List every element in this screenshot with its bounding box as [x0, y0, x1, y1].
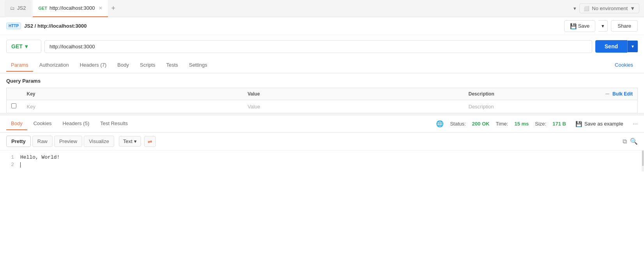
- chevron-down-icon[interactable]: ▾: [573, 5, 576, 11]
- tab-tests[interactable]: Tests: [162, 59, 183, 72]
- tab-bar: 🗂 JS2 GET http://localhost:3000 ✕ + ▾ ⬜ …: [0, 0, 644, 17]
- share-label: Share: [618, 23, 631, 29]
- tab-cookies[interactable]: Cookies: [610, 59, 638, 72]
- scrollbar-track[interactable]: [642, 150, 644, 172]
- more-options-icon[interactable]: ···: [633, 120, 638, 127]
- environment-label: No environment: [592, 5, 628, 11]
- add-tab-button[interactable]: +: [111, 4, 115, 12]
- tab-authorization[interactable]: Authorization: [35, 59, 74, 72]
- time-value: 15 ms: [514, 121, 529, 127]
- row-actions: [549, 100, 637, 113]
- tab-params[interactable]: Params: [6, 59, 33, 72]
- format-chevron-icon: ▾: [134, 138, 137, 144]
- http-icon: HTTP: [6, 23, 21, 29]
- format-label: Text: [123, 138, 132, 144]
- size-value: 171 B: [552, 121, 566, 127]
- save-button[interactable]: 💾 Save: [564, 20, 596, 32]
- th-checkbox: [7, 88, 22, 100]
- tab-close-icon[interactable]: ✕: [99, 5, 102, 11]
- code-editor: 1 Hello, World! 2: [0, 150, 644, 172]
- code-line-1: 1 Hello, World!: [0, 154, 644, 161]
- status-label: Status:: [450, 121, 466, 127]
- tab-js2-label: JS2: [17, 5, 26, 11]
- line-content-2: [20, 162, 21, 168]
- save-example-icon: 💾: [575, 121, 582, 127]
- method-selector[interactable]: GET ▾: [6, 40, 41, 53]
- tab-body[interactable]: Body: [113, 59, 134, 72]
- row-checkbox[interactable]: [7, 100, 22, 113]
- save-label: Save: [578, 23, 590, 29]
- no-environment-icon: ⬜: [584, 6, 589, 11]
- format-selector[interactable]: Text ▾: [119, 136, 141, 147]
- save-dropdown-button[interactable]: ▾: [598, 20, 608, 32]
- save-example-label: Save as example: [584, 121, 623, 127]
- scrollbar-thumb[interactable]: [642, 150, 644, 166]
- environment-selector[interactable]: ⬜ No environment ▼: [579, 4, 639, 13]
- url-bar: GET ▾ Send ▾: [0, 35, 644, 58]
- method-label: GET: [11, 43, 23, 50]
- table-row: Key Value Description: [7, 100, 638, 113]
- tab-bar-right: ▾ ⬜ No environment ▼: [573, 4, 639, 13]
- url-input[interactable]: [44, 40, 592, 53]
- response-header: Body Cookies Headers (5) Test Results 🌐 …: [0, 115, 644, 133]
- response-tab-body[interactable]: Body: [6, 117, 27, 130]
- text-cursor: [20, 162, 21, 168]
- bulk-edit-label[interactable]: Bulk Edit: [612, 91, 633, 97]
- request-nav-tabs: Params Authorization Headers (7) Body Sc…: [0, 58, 644, 73]
- tab-active-request[interactable]: GET http://localhost:3000 ✕: [33, 0, 108, 17]
- breadcrumb-bar: HTTP JS2 / http://localhost:3000 💾 Save …: [0, 17, 644, 35]
- code-line-2: 2: [0, 161, 644, 168]
- share-button[interactable]: Share: [611, 20, 638, 32]
- send-button[interactable]: Send: [595, 40, 627, 53]
- tab-settings[interactable]: Settings: [184, 59, 212, 72]
- row-description[interactable]: Description: [464, 100, 549, 113]
- params-table: Key Value Description ··· Bulk Edit Key …: [6, 88, 638, 113]
- response-status: 🌐 Status: 200 OK Time: 15 ms Size: 171 B…: [436, 119, 638, 129]
- method-chevron-icon: ▾: [25, 43, 28, 50]
- send-dropdown-button[interactable]: ▾: [627, 41, 638, 52]
- save-icon: 💾: [570, 23, 577, 29]
- toolbar-right: ⧉ 🔍: [623, 138, 638, 145]
- response-tab-headers[interactable]: Headers (5): [58, 117, 94, 130]
- th-value: Value: [243, 88, 464, 100]
- th-bulk-edit: ··· Bulk Edit: [549, 88, 637, 100]
- line-content-1: Hello, World!: [20, 154, 60, 160]
- line-number-1: 1: [6, 154, 14, 160]
- param-checkbox[interactable]: [11, 103, 16, 108]
- tab-url: http://localhost:3000: [49, 5, 95, 11]
- status-code: 200 OK: [472, 121, 490, 127]
- search-icon[interactable]: 🔍: [630, 138, 638, 145]
- copy-icon[interactable]: ⧉: [623, 138, 627, 145]
- tab-icon: 🗂: [10, 5, 15, 11]
- response-visualize-tab[interactable]: Visualize: [84, 136, 114, 147]
- response-raw-tab[interactable]: Raw: [32, 136, 53, 147]
- more-options-icon[interactable]: ···: [605, 91, 609, 97]
- query-params-title: Query Params: [6, 78, 638, 84]
- response-preview-tab[interactable]: Preview: [54, 136, 82, 147]
- word-wrap-button[interactable]: ⇌: [144, 136, 156, 147]
- tab-js2[interactable]: 🗂 JS2: [5, 0, 31, 17]
- breadcrumb: JS2 / http://localhost:3000: [24, 23, 86, 29]
- response-tab-cookies[interactable]: Cookies: [29, 117, 56, 130]
- line-number-2: 2: [6, 162, 14, 168]
- save-example-button[interactable]: 💾 Save as example: [572, 119, 626, 129]
- breadcrumb-actions: 💾 Save ▾ Share: [564, 20, 638, 32]
- breadcrumb-current: http://localhost:3000: [37, 23, 86, 29]
- tab-headers[interactable]: Headers (7): [75, 59, 111, 72]
- send-button-group: Send ▾: [595, 40, 638, 53]
- th-description: Description: [464, 88, 549, 100]
- size-label: Size:: [535, 121, 546, 127]
- globe-icon: 🌐: [436, 120, 444, 127]
- response-tab-test-results[interactable]: Test Results: [95, 117, 132, 130]
- query-params-section: Query Params Key Value Description ··· B…: [0, 73, 644, 113]
- row-key[interactable]: Key: [22, 100, 243, 113]
- tab-scripts[interactable]: Scripts: [135, 59, 160, 72]
- time-label: Time:: [496, 121, 508, 127]
- th-key: Key: [22, 88, 243, 100]
- row-value[interactable]: Value: [243, 100, 464, 113]
- response-pretty-tab[interactable]: Pretty: [6, 136, 31, 147]
- response-body-toolbar: Pretty Raw Preview Visualize Text ▾ ⇌ ⧉ …: [0, 133, 644, 150]
- wrap-icon: ⇌: [148, 138, 152, 145]
- breadcrumb-path: JS2 /: [24, 23, 37, 29]
- tab-method-badge: GET: [38, 6, 47, 11]
